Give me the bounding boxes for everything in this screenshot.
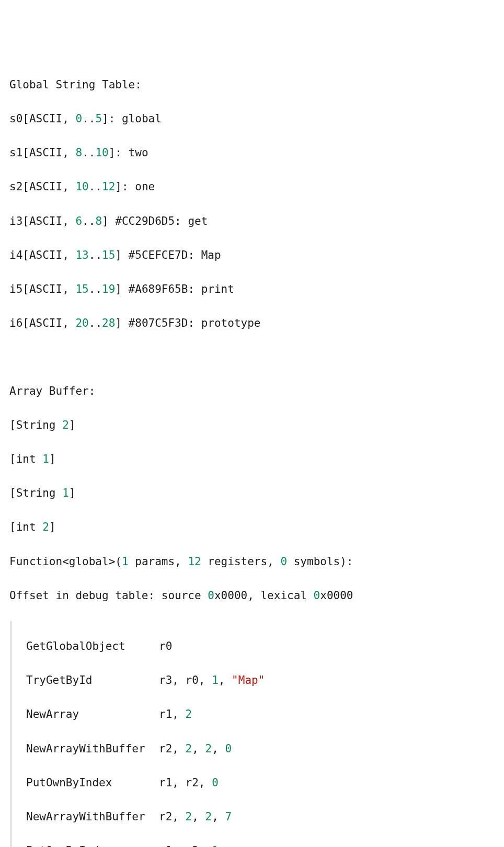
instruction-row: GetGlobalObjectr0 — [12, 638, 495, 655]
string-table-entry: s2[ASCII, 10..12]: one — [9, 178, 495, 196]
array-buffer-entry: [String 1] — [9, 485, 495, 502]
instruction-row: TryGetByIdr3, r0, 1, "Map" — [12, 672, 495, 689]
string-table-entry: i3[ASCII, 6..8] #CC29D6D5: get — [9, 213, 495, 230]
instruction-row: PutOwnByIndexr1, r2, 1 — [12, 842, 495, 847]
instruction-row: NewArrayWithBufferr2, 2, 2, 7 — [12, 808, 495, 826]
blank-line — [9, 349, 495, 366]
function-header: Function<global>(1 params, 12 registers,… — [9, 553, 495, 570]
string-table-entry: i6[ASCII, 20..28] #807C5F3D: prototype — [9, 315, 495, 332]
instruction-row: NewArrayWithBufferr2, 2, 2, 0 — [12, 740, 495, 758]
section-header-array-buffer: Array Buffer: — [9, 383, 495, 400]
array-buffer-entry: [int 2] — [9, 519, 495, 536]
offset-line: Offset in debug table: source 0x0000, le… — [9, 587, 495, 604]
instruction-block: GetGlobalObjectr0 TryGetByIdr3, r0, 1, "… — [10, 621, 495, 847]
section-header-global-string-table: Global String Table: — [9, 76, 495, 94]
string-table-entry: i5[ASCII, 15..19] #A689F65B: print — [9, 281, 495, 298]
instruction-row: NewArrayr1, 2 — [12, 706, 495, 723]
string-table-entry: i4[ASCII, 13..15] #5CEFCE7D: Map — [9, 247, 495, 264]
array-buffer-entry: [String 2] — [9, 417, 495, 434]
array-buffer-entry: [int 1] — [9, 451, 495, 468]
string-table-entry: s1[ASCII, 8..10]: two — [9, 144, 495, 162]
instruction-row: PutOwnByIndexr1, r2, 0 — [12, 774, 495, 792]
string-table-entry: s0[ASCII, 0..5]: global — [9, 110, 495, 128]
